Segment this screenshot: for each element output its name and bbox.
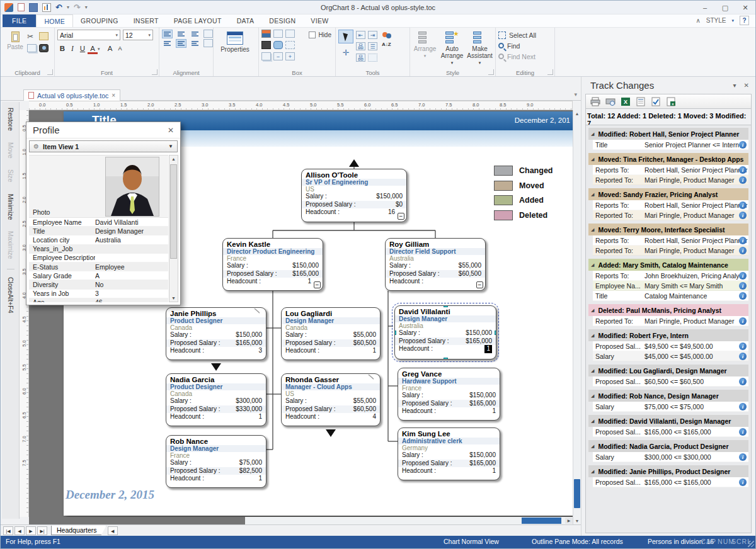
system-menu-closealt-f4[interactable]: CloseAlt+F4	[7, 269, 14, 319]
box-link-icon[interactable]	[273, 30, 283, 38]
change-group-header[interactable]: ◢Deleted: Paul McManis, Pricing Analyst	[588, 304, 748, 316]
box-insert-icon[interactable]	[285, 30, 295, 38]
box-duplicate-icon[interactable]	[261, 52, 271, 60]
font-color-button[interactable]: A	[88, 45, 98, 54]
close-button[interactable]: ✕	[735, 1, 755, 14]
box-fill-icon[interactable]	[261, 30, 271, 38]
grow-font-button[interactable]: A	[105, 44, 115, 54]
find-button[interactable]: Find	[498, 40, 552, 51]
info-icon[interactable]: i	[739, 353, 747, 360]
collapse-triangle-icon[interactable]: ◢	[591, 419, 594, 424]
move-tool-button[interactable]: ✛	[338, 45, 353, 59]
info-icon[interactable]: i	[739, 166, 747, 174]
auto-arrange-button[interactable]: ★ Auto Arrange▾	[439, 30, 465, 67]
align-left-icon[interactable]	[162, 30, 173, 38]
org-box-nadia-garcia[interactable]: Nadia GarciaProduct DesignerCanadaSalary…	[166, 373, 266, 426]
org-box-roy-gilliam[interactable]: Roy GilliamDirector Field SupportAustral…	[385, 238, 486, 291]
copy-icon[interactable]	[27, 44, 37, 52]
horizontal-scrollbar[interactable]: ▶	[29, 517, 573, 524]
org-box-lou-gagliardi[interactable]: Lou GagliardiDesign ManagerCanadaSalary …	[281, 307, 381, 360]
print-icon[interactable]	[590, 97, 601, 106]
ribbon-tab-data[interactable]: DATA	[229, 14, 262, 27]
info-icon[interactable]: i	[739, 201, 747, 209]
align-bottom-icon[interactable]	[190, 39, 200, 48]
levels-icon[interactable]: ☰	[368, 42, 377, 50]
info-icon[interactable]: i	[739, 292, 747, 300]
redo-icon[interactable]: ↷	[74, 3, 81, 12]
format-painter-icon[interactable]	[39, 32, 49, 40]
undo-icon[interactable]: ↶	[55, 3, 62, 12]
next-sheet-button[interactable]: ▶	[26, 526, 36, 535]
collapse-minus-icon[interactable]: −	[476, 281, 483, 288]
print-preview-icon[interactable]	[605, 97, 616, 106]
box-collapse-icon[interactable]: −	[273, 52, 283, 60]
minimize-button[interactable]: –	[695, 1, 715, 14]
subtree-icon[interactable]: 品	[356, 42, 365, 50]
org-box-janie-phillips[interactable]: Janie PhillipsProduct DesignerCanadaSala…	[166, 307, 266, 360]
selection-handle[interactable]	[444, 305, 448, 307]
ribbon-tab-page-layout[interactable]: PAGE LAYOUT	[166, 14, 229, 27]
collapse-triangle-icon[interactable]: ◢	[591, 469, 594, 474]
org-box-david-villalanti[interactable]: David VillalantiDesign ManagerAustraliaS…	[394, 305, 496, 359]
change-group-header[interactable]: ◢Added: Mary Smith, Catalog Maintenance	[588, 259, 748, 271]
info-icon[interactable]: i	[739, 141, 747, 149]
profile-scroll-up-icon[interactable]: ▲	[169, 157, 178, 161]
style-dialog-launcher[interactable]	[488, 69, 494, 75]
info-icon[interactable]: i	[739, 282, 747, 290]
box-expand-icon[interactable]: +	[285, 52, 295, 60]
change-group-header[interactable]: ◢Moved: Tina Fritcher, Manager - Desktop…	[588, 153, 748, 165]
text-fit-icon[interactable]	[203, 39, 213, 47]
branch-icon[interactable]: 品	[356, 54, 365, 62]
export-icon[interactable]	[18, 3, 25, 11]
change-group-header[interactable]: ◢Modified: Robert Hall, Senior Project P…	[588, 128, 748, 140]
profile-scroll-down-icon[interactable]: ▼	[169, 296, 178, 300]
style-menu-button[interactable]: STYLE	[706, 17, 726, 24]
profile-close-icon[interactable]: ✕	[168, 126, 174, 135]
sheet-tab-headquarters[interactable]: Headquarters	[51, 526, 106, 535]
prev-sheet-button[interactable]: ◀	[14, 526, 25, 535]
panel-close-icon[interactable]: ✕	[744, 82, 749, 89]
info-icon[interactable]: i	[739, 403, 747, 410]
sheet-scroll-left-button[interactable]: ◀	[108, 526, 118, 535]
font-size-select[interactable]: 12▾	[123, 30, 153, 40]
info-icon[interactable]: i	[739, 176, 747, 184]
ribbon-collapse-icon[interactable]: ∧	[696, 17, 700, 24]
export-changes-icon[interactable]: x	[665, 97, 677, 106]
maximize-button[interactable]: ▢	[715, 1, 735, 14]
info-icon[interactable]: i	[739, 378, 747, 385]
selection-handle[interactable]	[394, 331, 396, 335]
collapse-triangle-icon[interactable]: ◢	[591, 444, 594, 449]
selection-handle[interactable]	[495, 331, 496, 335]
change-group-header[interactable]: ◢Modified: Robert Frye, Intern	[588, 329, 748, 341]
horizontal-scroll-thumb[interactable]	[522, 518, 561, 524]
info-icon[interactable]: i	[739, 247, 747, 254]
clipboard-dialog-launcher[interactable]	[47, 69, 53, 75]
people-icon[interactable]	[382, 31, 392, 40]
camera-icon[interactable]	[39, 44, 49, 52]
make-assistant-button[interactable]: Make Assistant▾	[467, 30, 493, 67]
save-icon[interactable]	[29, 3, 38, 12]
align-right-icon[interactable]	[190, 30, 200, 38]
ribbon-tab-grouping[interactable]: GROUPING	[73, 14, 126, 27]
sort-az-icon[interactable]: A↓Z	[382, 42, 392, 47]
last-sheet-button[interactable]: ▶|	[37, 526, 47, 535]
editing-dialog-launcher[interactable]	[547, 69, 553, 75]
org-box-kevin-kastle[interactable]: Kevin KastleDirector Product Engineering…	[222, 238, 323, 291]
collapse-triangle-icon[interactable]: ◢	[591, 192, 594, 197]
org-box-rhonda-gasser[interactable]: Rhonda GasserManager - Cloud AppsUSSalar…	[281, 373, 381, 426]
indent-right-icon[interactable]: ⇥	[368, 31, 377, 39]
change-group-header[interactable]: ◢Modified: Lou Gagliardi, Design Manager	[588, 365, 748, 376]
change-group-header[interactable]: ◢Modified: Nadia Garcia, Product Designe…	[588, 440, 748, 452]
underline-button[interactable]: U	[77, 44, 88, 54]
scroll-up-icon[interactable]: ▲	[573, 111, 581, 116]
info-icon[interactable]: i	[739, 317, 747, 325]
system-menu-minimize[interactable]: Minimize	[7, 188, 14, 225]
qat-customize-icon[interactable]: ▾	[85, 4, 88, 10]
collapse-minus-icon[interactable]: −	[314, 281, 321, 288]
change-group-header[interactable]: ◢Modified: Janie Phillips, Product Desig…	[588, 465, 748, 477]
accept-changes-icon[interactable]	[650, 97, 662, 106]
undo-dropdown-icon[interactable]: ▾	[67, 4, 69, 10]
org-box-kim-sung-lee[interactable]: Kim Sung LeeAdministrative clerkGermanyS…	[398, 427, 500, 480]
info-icon[interactable]: i	[739, 212, 747, 219]
info-icon[interactable]: i	[739, 272, 747, 280]
